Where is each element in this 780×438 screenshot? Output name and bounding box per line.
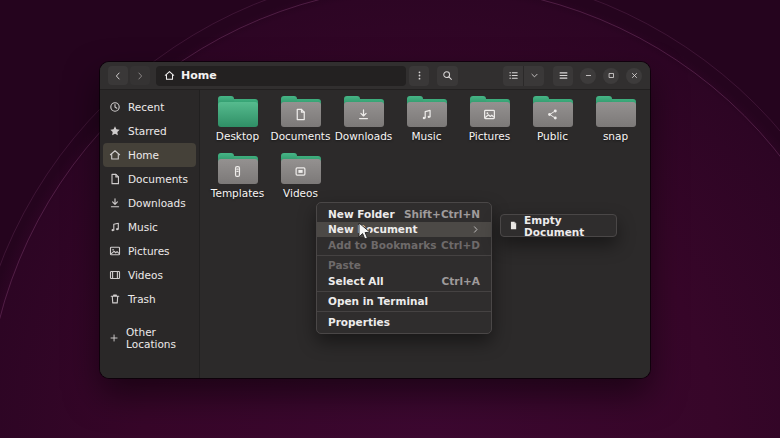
- sidebar-item-label: Recent: [128, 101, 164, 113]
- folder-item[interactable]: Desktop: [206, 94, 269, 151]
- search-button[interactable]: [437, 66, 458, 86]
- context-menu-item: Paste: [317, 258, 491, 274]
- home-icon: [109, 149, 121, 161]
- menu-separator: [317, 291, 491, 292]
- path-label: Home: [181, 69, 217, 82]
- menu-item-label: New Document: [328, 223, 417, 235]
- new-document-submenu: Empty Document: [500, 214, 617, 237]
- folder-label: Pictures: [469, 130, 511, 142]
- folder-icon: [470, 96, 510, 127]
- picture-icon: [109, 245, 121, 257]
- back-button[interactable]: [108, 66, 128, 85]
- sidebar-item-label: Documents: [128, 173, 188, 185]
- folder-item[interactable]: Documents: [269, 94, 332, 151]
- download-icon: [109, 197, 121, 209]
- sidebar-item-label: Home: [128, 149, 159, 161]
- path-bar[interactable]: Home: [156, 66, 406, 86]
- folder-icon: [344, 96, 384, 127]
- clock-icon: [109, 101, 121, 113]
- menu-item-label: Select All: [328, 275, 384, 287]
- maximize-icon: [607, 71, 616, 80]
- sidebar-item[interactable]: Downloads: [103, 191, 196, 215]
- folder-icon: [218, 96, 258, 127]
- headerbar: Home: [100, 62, 650, 90]
- folder-item[interactable]: Music: [395, 94, 458, 151]
- folder-label: Downloads: [335, 130, 393, 142]
- sidebar-item[interactable]: Documents: [103, 167, 196, 191]
- context-menu-item[interactable]: New Folder Shift+Ctrl+N: [317, 206, 491, 222]
- folder-label: snap: [603, 130, 628, 142]
- sidebar-item[interactable]: Trash: [103, 287, 196, 311]
- maximize-button[interactable]: [603, 68, 619, 84]
- context-menu-item[interactable]: Open in Terminal: [317, 294, 491, 310]
- close-icon: [630, 71, 639, 80]
- search-icon: [442, 70, 453, 81]
- empty-doc-icon: [509, 220, 518, 231]
- view-options-button[interactable]: [409, 66, 429, 86]
- submenu-item[interactable]: Empty Document: [503, 217, 614, 234]
- folder-label: Music: [412, 130, 442, 142]
- folder-item[interactable]: Public: [521, 94, 584, 151]
- template-icon: [231, 165, 244, 178]
- sidebar-item-label: Starred: [128, 125, 167, 137]
- sidebar-item[interactable]: Pictures: [103, 239, 196, 263]
- folder-label: Videos: [283, 187, 318, 199]
- document-icon: [294, 108, 307, 121]
- chevron-right-icon: [135, 71, 145, 81]
- hamburger-icon: [558, 70, 569, 81]
- folder-icon: [218, 153, 258, 184]
- chevron-left-icon: [113, 71, 123, 81]
- star-icon: [109, 125, 121, 137]
- sidebar-item-label: Other Locations: [126, 326, 196, 350]
- video-icon: [109, 269, 121, 281]
- submenu-arrow-icon: [471, 225, 480, 234]
- picture-icon: [483, 108, 496, 121]
- sidebar-item[interactable]: Other Locations: [103, 326, 196, 350]
- menu-item-shortcut: Ctrl+A: [442, 275, 480, 287]
- folder-item[interactable]: Videos: [269, 151, 332, 208]
- menu-separator: [317, 311, 491, 312]
- sidebar-item[interactable]: Videos: [103, 263, 196, 287]
- sidebar-item-label: Downloads: [128, 197, 186, 209]
- list-view-button[interactable]: [503, 66, 524, 86]
- sidebar-item[interactable]: Recent: [103, 95, 196, 119]
- menu-item-label: Add to Bookmarks: [328, 239, 437, 251]
- forward-button[interactable]: [130, 66, 150, 85]
- sidebar-item[interactable]: Starred: [103, 119, 196, 143]
- folder-item[interactable]: Downloads: [332, 94, 395, 151]
- context-menu-item[interactable]: New Document: [317, 222, 491, 238]
- menu-item-shortcut: Shift+Ctrl+N: [404, 208, 480, 220]
- sidebar-item[interactable]: Home: [103, 143, 196, 167]
- kebab-icon: [414, 70, 425, 81]
- view-toggle-split-button: [503, 66, 544, 86]
- context-menu-item[interactable]: Select All Ctrl+A: [317, 273, 491, 289]
- list-view-icon: [508, 70, 519, 81]
- menu-item-label: Open in Terminal: [328, 295, 428, 307]
- folder-icon: [281, 153, 321, 184]
- close-button[interactable]: [626, 68, 642, 84]
- folder-item[interactable]: snap: [584, 94, 647, 151]
- view-dropdown-button[interactable]: [524, 66, 544, 86]
- plus-icon: [109, 332, 119, 344]
- menu-separator: [317, 255, 491, 256]
- minimize-button[interactable]: [580, 68, 596, 84]
- context-menu-item: Add to Bookmarks Ctrl+D: [317, 237, 491, 253]
- folder-item[interactable]: Pictures: [458, 94, 521, 151]
- submenu-item-label: Empty Document: [524, 214, 608, 238]
- menu-button[interactable]: [553, 66, 573, 86]
- trash-icon: [109, 293, 121, 305]
- share-icon: [546, 108, 559, 121]
- context-menu-item[interactable]: Properties: [317, 314, 491, 330]
- sidebar-item[interactable]: Music: [103, 215, 196, 239]
- context-menu: New Folder Shift+Ctrl+N New Document Add…: [316, 202, 492, 334]
- menu-item-label: Properties: [328, 316, 390, 328]
- folder-item[interactable]: Templates: [206, 151, 269, 208]
- chevron-down-icon: [530, 71, 539, 80]
- folder-icon: [407, 96, 447, 127]
- document-icon: [109, 173, 121, 185]
- folder-icon: [596, 96, 636, 127]
- home-icon: [164, 70, 175, 81]
- menu-item-label: Paste: [328, 259, 361, 271]
- sidebar-item-label: Videos: [128, 269, 163, 281]
- sidebar-item-label: Trash: [128, 293, 156, 305]
